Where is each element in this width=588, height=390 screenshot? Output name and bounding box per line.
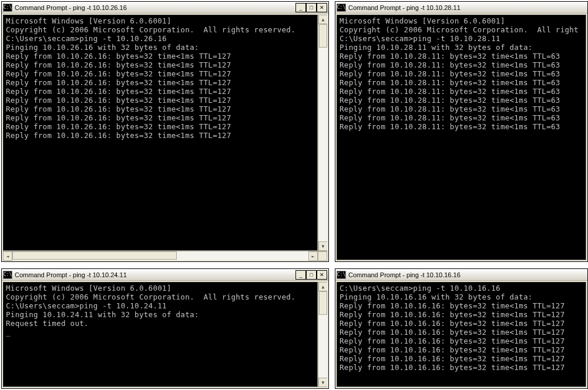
command-prompt-window[interactable]: C:\Command Prompt - ping -t 10.10.16.16C… xyxy=(335,268,588,389)
scroll-track[interactable] xyxy=(318,291,327,378)
close-button[interactable]: ✕ xyxy=(317,3,327,12)
client-area: Microsoft Windows [Version 6.0.6001]Copy… xyxy=(2,14,328,261)
maximize-button[interactable]: □ xyxy=(306,270,317,280)
maximize-button[interactable]: □ xyxy=(306,3,317,12)
scroll-thumb[interactable] xyxy=(319,291,327,315)
terminal-line: Reply from 10.10.26.16: bytes=32 time<1m… xyxy=(6,52,315,60)
terminal-line: Reply from 10.10.28.11: bytes=32 time<1m… xyxy=(340,105,583,113)
terminal-line: C:\Users\seccam>ping -t 10.10.26.16 xyxy=(6,34,315,43)
terminal-line: Reply from 10.10.28.11: bytes=32 time<1m… xyxy=(340,87,583,96)
terminal-line: Reply from 10.10.26.16: bytes=32 time<1m… xyxy=(6,131,315,140)
titlebar[interactable]: C:\Command Prompt - ping -t 10.10.26.16_… xyxy=(2,2,328,14)
vertical-scrollbar[interactable]: ▲▼ xyxy=(318,15,327,251)
titlebar[interactable]: C:\Command Prompt - ping -t 10.10.28.11 xyxy=(335,2,587,14)
terminal-line: Reply from 10.10.16.16: bytes=32 time<1m… xyxy=(340,328,583,337)
command-prompt-window[interactable]: C:\Command Prompt - ping -t 10.10.28.11M… xyxy=(335,1,588,262)
window-controls: _□✕ xyxy=(295,270,327,280)
scroll-right-button[interactable]: ► xyxy=(308,251,318,261)
window-title: Command Prompt - ping -t 10.10.24.11 xyxy=(15,271,295,278)
terminal-line: C:\Users\seccam>ping -t 10.10.24.11 xyxy=(6,301,315,310)
vertical-scrollbar[interactable]: ▲▼ xyxy=(318,282,327,387)
scroll-thumb[interactable] xyxy=(12,251,177,260)
cmd-app-icon: C:\ xyxy=(337,4,346,12)
terminal-line: Copyright (c) 2006 Microsoft Corporation… xyxy=(6,292,315,301)
terminal-line: C:\Users\seccam>ping -t 10.10.28.11 xyxy=(340,34,583,43)
terminal-line: Pinging 10.10.16.16 with 32 bytes of dat… xyxy=(340,292,583,301)
terminal-line: Reply from 10.10.26.16: bytes=32 time<1m… xyxy=(6,78,315,87)
terminal-line: Pinging 10.10.24.11 with 32 bytes of dat… xyxy=(6,310,315,319)
terminal-line: Reply from 10.10.16.16: bytes=32 time<1m… xyxy=(340,354,583,363)
scroll-corner xyxy=(318,251,327,261)
terminal-line: Reply from 10.10.16.16: bytes=32 time<1m… xyxy=(340,363,583,372)
scroll-up-button[interactable]: ▲ xyxy=(318,282,327,291)
terminal-line: Reply from 10.10.28.11: bytes=32 time<1m… xyxy=(340,52,583,60)
terminal-line: Pinging 10.10.26.16 with 32 bytes of dat… xyxy=(6,43,315,52)
terminal-line: Reply from 10.10.28.11: bytes=32 time<1m… xyxy=(340,69,583,78)
terminal-line: Reply from 10.10.16.16: bytes=32 time<1m… xyxy=(340,337,583,345)
terminal-line: Reply from 10.10.16.16: bytes=32 time<1m… xyxy=(340,310,583,319)
terminal-line: Copyright (c) 2006 Microsoft Corporation… xyxy=(340,25,583,34)
terminal-line: Microsoft Windows [Version 6.0.6001] xyxy=(6,16,315,25)
terminal-output[interactable]: Microsoft Windows [Version 6.0.6001]Copy… xyxy=(337,15,586,260)
scroll-up-button[interactable]: ▲ xyxy=(318,15,327,24)
horizontal-scrollbar[interactable]: ◄► xyxy=(3,251,327,260)
terminal-output[interactable]: Microsoft Windows [Version 6.0.6001]Copy… xyxy=(3,282,318,387)
terminal-line: Reply from 10.10.26.16: bytes=32 time<1m… xyxy=(6,60,315,69)
terminal-line: Reply from 10.10.26.16: bytes=32 time<1m… xyxy=(6,122,315,131)
cmd-app-icon: C:\ xyxy=(3,271,12,279)
terminal-line: Reply from 10.10.26.16: bytes=32 time<1m… xyxy=(6,96,315,105)
terminal-line: Reply from 10.10.28.11: bytes=32 time<1m… xyxy=(340,96,583,105)
client-area: Microsoft Windows [Version 6.0.6001]Copy… xyxy=(335,14,587,261)
terminal-line: Reply from 10.10.16.16: bytes=32 time<1m… xyxy=(340,345,583,354)
window-title: Command Prompt - ping -t 10.10.16.16 xyxy=(348,271,586,278)
terminal-line: Pinging 10.10.28.11 with 32 bytes of dat… xyxy=(340,43,583,52)
terminal-line: Microsoft Windows [Version 6.0.6001] xyxy=(6,284,315,292)
terminal-line: Reply from 10.10.28.11: bytes=32 time<1m… xyxy=(340,122,583,131)
cmd-app-icon: C:\ xyxy=(3,4,12,12)
terminal-line: Reply from 10.10.26.16: bytes=32 time<1m… xyxy=(6,113,315,122)
minimize-button[interactable]: _ xyxy=(295,270,306,280)
cursor: _ xyxy=(6,328,11,337)
terminal-line: C:\Users\seccam>ping -t 10.10.16.16 xyxy=(340,284,583,292)
terminal-line: Reply from 10.10.16.16: bytes=32 time<1m… xyxy=(340,319,583,328)
scroll-down-button[interactable]: ▼ xyxy=(318,378,327,387)
window-title: Command Prompt - ping -t 10.10.26.16 xyxy=(15,4,295,11)
terminal-line: Reply from 10.10.16.16: bytes=32 time<1m… xyxy=(340,301,583,310)
client-area: Microsoft Windows [Version 6.0.6001]Copy… xyxy=(2,281,328,388)
window-title: Command Prompt - ping -t 10.10.28.11 xyxy=(348,4,586,11)
cmd-app-icon: C:\ xyxy=(337,271,346,279)
terminal-line: Reply from 10.10.28.11: bytes=32 time<1m… xyxy=(340,78,583,87)
terminal-line: Reply from 10.10.26.16: bytes=32 time<1m… xyxy=(6,69,315,78)
terminal-line: Reply from 10.10.28.11: bytes=32 time<1m… xyxy=(340,60,583,69)
terminal-line: Copyright (c) 2006 Microsoft Corporation… xyxy=(6,25,315,34)
scroll-down-button[interactable]: ▼ xyxy=(318,241,327,251)
close-button[interactable]: ✕ xyxy=(317,270,327,280)
terminal-line: Reply from 10.10.28.11: bytes=32 time<1m… xyxy=(340,113,583,122)
terminal-line: Microsoft Windows [Version 6.0.6001] xyxy=(340,16,583,25)
window-controls: _□✕ xyxy=(295,3,327,12)
scroll-left-button[interactable]: ◄ xyxy=(3,251,12,261)
terminal-line: Request timed out. xyxy=(6,319,315,328)
command-prompt-window[interactable]: C:\Command Prompt - ping -t 10.10.24.11_… xyxy=(1,268,329,389)
titlebar[interactable]: C:\Command Prompt - ping -t 10.10.16.16 xyxy=(335,269,587,281)
client-area: C:\Users\seccam>ping -t 10.10.16.16Pingi… xyxy=(335,281,587,388)
terminal-output[interactable]: Microsoft Windows [Version 6.0.6001]Copy… xyxy=(3,15,318,251)
terminal-output[interactable]: C:\Users\seccam>ping -t 10.10.16.16Pingi… xyxy=(337,282,586,387)
titlebar[interactable]: C:\Command Prompt - ping -t 10.10.24.11_… xyxy=(2,269,328,281)
scroll-thumb[interactable] xyxy=(319,24,327,48)
terminal-line: Reply from 10.10.26.16: bytes=32 time<1m… xyxy=(6,105,315,113)
command-prompt-window[interactable]: C:\Command Prompt - ping -t 10.10.26.16_… xyxy=(1,1,329,262)
scroll-track[interactable] xyxy=(12,251,308,260)
minimize-button[interactable]: _ xyxy=(295,3,306,12)
terminal-line: Reply from 10.10.26.16: bytes=32 time<1m… xyxy=(6,87,315,96)
scroll-track[interactable] xyxy=(318,24,327,241)
